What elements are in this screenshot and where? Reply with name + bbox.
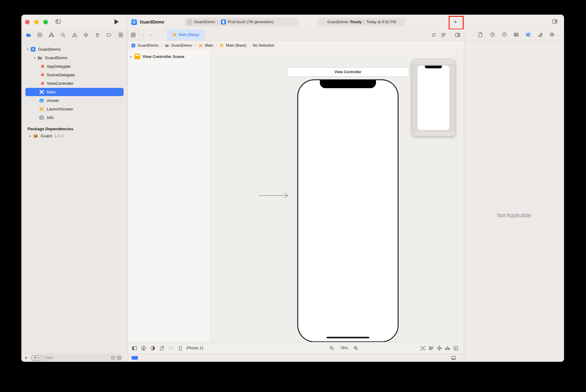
file-inspector-icon[interactable] bbox=[476, 31, 484, 39]
tree-row-package[interactable]: ▸ Guard 1.0.4 bbox=[25, 132, 124, 140]
attributes-inspector-icon[interactable] bbox=[524, 31, 532, 39]
tree-row-file[interactable]: SceneDelegate bbox=[25, 71, 124, 79]
tree-row-folder[interactable]: ▾ GuardDemo bbox=[25, 54, 124, 62]
run-button[interactable] bbox=[114, 19, 119, 25]
editor-tab-main-base[interactable]: Main (Base) bbox=[167, 29, 204, 40]
orientation-icon[interactable] bbox=[157, 344, 166, 352]
tree-label: SceneDelegate bbox=[47, 73, 75, 77]
embed-icon[interactable] bbox=[453, 346, 458, 351]
zoom-in-icon[interactable] bbox=[353, 346, 359, 351]
source-control-filter-icon[interactable] bbox=[117, 356, 121, 360]
adjust-editor-icon bbox=[166, 344, 175, 352]
tree-row-project[interactable]: ▾ A GuardDemo bbox=[25, 45, 124, 53]
breadcrumb-separator: 〉 bbox=[215, 43, 217, 48]
storyboard-canvas[interactable]: View Controller bbox=[211, 50, 464, 342]
test-navigator-icon[interactable] bbox=[82, 31, 90, 39]
tree-row-file[interactable]: Info bbox=[25, 113, 124, 122]
chevron-right-icon[interactable]: ▸ bbox=[28, 134, 33, 138]
add-file-button[interactable]: + bbox=[21, 355, 31, 361]
go-forward-icon[interactable]: › bbox=[150, 32, 152, 38]
document-outline: ▸ View Controller Scene bbox=[128, 50, 211, 342]
close-window-button[interactable] bbox=[25, 20, 30, 24]
scheme-project-label[interactable]: GuardDemo bbox=[194, 20, 215, 24]
issue-navigator-icon[interactable] bbox=[71, 31, 78, 39]
identity-inspector-icon[interactable] bbox=[512, 31, 520, 39]
navigator-filter-input[interactable] bbox=[44, 355, 111, 360]
debug-navigator-icon[interactable] bbox=[94, 31, 102, 39]
status-state: Ready bbox=[350, 20, 362, 24]
tree-row-file[interactable]: ViewController bbox=[25, 79, 124, 88]
scheme-selector[interactable]: GuardDemo 〉 iPod touch (7th generation) bbox=[185, 18, 298, 26]
tree-row-file[interactable]: LaunchScreen bbox=[25, 105, 124, 113]
thumbnail-top-cap bbox=[412, 59, 455, 64]
navigator-filter-field[interactable] bbox=[31, 355, 123, 361]
add-constraints-icon[interactable] bbox=[437, 346, 442, 351]
device-thumbnail[interactable] bbox=[411, 59, 456, 136]
project-navigator-icon[interactable] bbox=[24, 31, 32, 39]
toggle-outline-icon[interactable] bbox=[130, 344, 139, 352]
thumbnail-screen bbox=[418, 66, 449, 130]
related-items-icon[interactable] bbox=[131, 32, 136, 38]
connections-inspector-icon[interactable] bbox=[548, 31, 556, 39]
resolve-layout-icon[interactable] bbox=[445, 346, 450, 351]
tree-row-file-selected[interactable]: Main bbox=[25, 88, 124, 96]
toggle-debug-area-icon[interactable] bbox=[451, 355, 456, 361]
device-name-label[interactable]: iPhone 11 bbox=[186, 346, 203, 350]
selected-object-chip[interactable] bbox=[132, 356, 138, 360]
editor-bottom-strip bbox=[128, 354, 464, 362]
code-review-icon[interactable] bbox=[431, 32, 436, 38]
scheme-separator-icon: 〉 bbox=[217, 20, 218, 24]
breakpoint-navigator-icon[interactable] bbox=[105, 31, 113, 39]
size-inspector-icon[interactable] bbox=[536, 31, 544, 39]
breadcrumb-item[interactable]: GuardDemo bbox=[138, 43, 158, 48]
breadcrumb-item[interactable]: No Selection bbox=[253, 43, 274, 48]
align-icon[interactable] bbox=[429, 346, 434, 351]
thumbnail-bottom-cap bbox=[412, 131, 455, 136]
view-controller-header[interactable]: View Controller bbox=[287, 67, 409, 77]
toggle-navigator-icon[interactable] bbox=[56, 19, 61, 24]
history-inspector-icon[interactable] bbox=[488, 31, 496, 39]
device-preview[interactable] bbox=[297, 79, 399, 342]
tree-row-file[interactable]: AppDelegate bbox=[25, 62, 124, 70]
device-icon[interactable] bbox=[175, 344, 185, 352]
zoom-out-icon[interactable] bbox=[329, 346, 335, 351]
minimize-window-button[interactable] bbox=[34, 20, 39, 24]
package-icon bbox=[33, 133, 38, 139]
symbol-navigator-icon[interactable] bbox=[48, 31, 56, 39]
swift-file-icon bbox=[39, 72, 45, 78]
chevron-down-icon[interactable]: ▾ bbox=[25, 48, 30, 51]
view-controller-scene-row[interactable]: ▸ View Controller Scene bbox=[130, 54, 184, 59]
accessibility-icon[interactable] bbox=[139, 344, 148, 352]
run-destination-label[interactable]: iPod touch (7th generation) bbox=[228, 20, 274, 24]
tree-row-file[interactable]: Assets bbox=[25, 96, 124, 105]
chevron-down-icon[interactable]: ▾ bbox=[32, 56, 37, 59]
filter-menu-icon[interactable] bbox=[31, 355, 42, 361]
chevron-right-icon[interactable]: ▸ bbox=[130, 55, 135, 58]
find-navigator-icon[interactable] bbox=[59, 31, 67, 39]
thumbnail-notch bbox=[425, 66, 442, 68]
tree-label: LaunchScreen bbox=[47, 107, 73, 111]
breadcrumb-item[interactable]: GuardDemo bbox=[171, 43, 192, 48]
zoom-window-button[interactable] bbox=[43, 20, 48, 24]
report-navigator-icon[interactable] bbox=[117, 31, 125, 39]
folder-icon bbox=[165, 43, 169, 48]
editor-options-icon[interactable] bbox=[441, 32, 446, 38]
zoom-level-label[interactable]: 76% bbox=[339, 346, 349, 350]
appearance-icon[interactable] bbox=[148, 344, 157, 352]
project-app-icon: A bbox=[131, 19, 137, 25]
update-frames-icon[interactable] bbox=[420, 346, 425, 351]
add-editor-icon[interactable] bbox=[455, 32, 460, 38]
home-indicator bbox=[327, 337, 369, 338]
go-back-icon[interactable]: ‹ bbox=[142, 32, 144, 38]
scene-label: View Controller Scene bbox=[143, 54, 184, 59]
recent-files-filter-icon[interactable] bbox=[111, 356, 115, 360]
breadcrumb-item[interactable]: Main bbox=[205, 43, 213, 48]
source-control-navigator-icon[interactable] bbox=[36, 31, 44, 39]
toggle-inspector-icon[interactable] bbox=[552, 19, 557, 24]
tree-label: Info bbox=[47, 115, 54, 120]
quick-help-inspector-icon[interactable]: ? bbox=[500, 31, 508, 39]
breadcrumb-item[interactable]: Main (Base) bbox=[226, 43, 246, 48]
canvas-bottom-bar: iPhone 11 76% bbox=[128, 342, 464, 354]
view-controller-title: View Controller bbox=[335, 70, 361, 74]
entry-point-arrow[interactable] bbox=[258, 193, 290, 200]
